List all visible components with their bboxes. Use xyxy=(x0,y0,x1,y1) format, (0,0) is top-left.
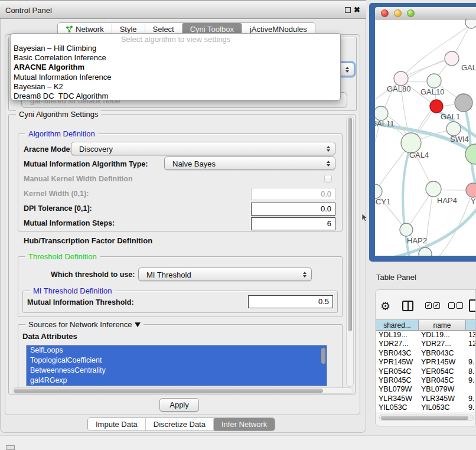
network-node-gal11[interactable] xyxy=(375,106,388,120)
table-row[interactable]: YBL079WYBL079W xyxy=(376,385,476,394)
network-window-titlebar[interactable] xyxy=(375,7,476,19)
threshold-definition-title: Threshold Definition xyxy=(25,252,100,261)
table-row[interactable]: YDL19...YDL19...13 xyxy=(376,331,476,340)
table-row[interactable]: YBR045CYBR045C9. xyxy=(376,376,476,385)
table-cell: YDL19... xyxy=(421,331,450,340)
tab-impute-data[interactable]: Impute Data xyxy=(88,418,145,431)
minimize-traffic-light-icon[interactable] xyxy=(394,9,402,17)
tab-infer-network[interactable]: Infer Network xyxy=(213,418,275,431)
network-node-hap4[interactable] xyxy=(426,181,441,197)
manual-kernel-width-label: Manual Kernel Width Definition xyxy=(24,175,133,183)
close-traffic-light-icon[interactable] xyxy=(381,9,389,17)
table-rows: YDL19...YDL19...13YDR27...YDR27...12YBR0… xyxy=(376,331,476,412)
column-header[interactable]: shared... xyxy=(376,319,419,331)
table-row[interactable]: YDR27...YDR27...12 xyxy=(376,340,476,348)
column-header[interactable] xyxy=(466,319,476,331)
table-panel-window: ⚙ ✓ ✓ shared...name YDL19...YDL19...13YD… xyxy=(375,289,476,426)
table-cell: YPR145W xyxy=(421,358,455,367)
network-node-gal4[interactable] xyxy=(401,133,421,153)
float-window-icon[interactable] xyxy=(345,7,351,13)
node-label: GAL1 xyxy=(441,112,460,121)
close-icon[interactable]: ✖ xyxy=(354,5,360,14)
table-row[interactable]: YER054CYER054C8. xyxy=(376,367,476,376)
deselect-all-icon[interactable] xyxy=(448,302,455,309)
network-node-gal[interactable] xyxy=(445,51,459,66)
table-cell: 9. xyxy=(468,394,474,403)
collapse-arrow-icon[interactable] xyxy=(135,322,141,327)
column-header[interactable]: name xyxy=(419,319,466,331)
bottom-tabbar: Impute DataDiscretize DataInfer Network xyxy=(87,418,275,431)
settings-vertical-scrollbar[interactable] xyxy=(346,116,354,387)
algorithm-option[interactable]: Basic Correlation Inference xyxy=(11,53,340,63)
attribute-item[interactable]: SelfLoops xyxy=(27,345,327,356)
node-label: GCY1 xyxy=(375,197,390,206)
network-node-gal1[interactable] xyxy=(430,100,443,113)
network-node-gal80[interactable] xyxy=(394,71,408,86)
attribute-item[interactable]: BetweennessCentrality xyxy=(27,366,327,376)
algorithm-option[interactable]: Dream8 DC_TDC Algorithm xyxy=(11,92,340,100)
mi-steps-field[interactable]: 6 xyxy=(251,217,335,230)
mi-algorithm-type-combo[interactable]: Naive Bayes xyxy=(164,156,335,170)
list-scrollbar[interactable] xyxy=(321,348,325,364)
mi-threshold-field[interactable]: 0.5 xyxy=(248,295,333,308)
table-cell: YBR043C xyxy=(379,349,412,358)
table-cell: 8. xyxy=(468,367,474,376)
deselect-all-icon[interactable] xyxy=(457,302,463,309)
aracne-mode-label: Aracne Mode: xyxy=(24,145,73,154)
table-cell: YER054C xyxy=(379,367,412,376)
algorithm-option[interactable]: Bayesian – Hill Climbing xyxy=(11,44,340,53)
combo-arrows-icon xyxy=(327,146,330,152)
attribute-item[interactable]: gal4RGexp xyxy=(27,376,327,386)
document-icon[interactable] xyxy=(469,299,476,312)
collapsed-panel-icon[interactable] xyxy=(6,445,15,450)
network-canvas[interactable]: GALGAL80GAL10GAL1GAL11SWI4GAL4GCY1HAP4YH… xyxy=(375,19,476,256)
network-node-y[interactable] xyxy=(466,183,476,197)
network-node[interactable] xyxy=(455,94,472,112)
select-all-icon[interactable]: ✓ xyxy=(425,302,432,309)
node-label: HAP2 xyxy=(407,236,427,245)
table-cell: YLR345W xyxy=(379,394,412,403)
table-cell: YDR27... xyxy=(379,340,409,348)
data-attributes-label: Data Attributes xyxy=(22,332,77,341)
network-view-window[interactable]: GALGAL80GAL10GAL1GAL11SWI4GAL4GCY1HAP4YH… xyxy=(369,3,476,262)
settings-horizontal-scrollbar[interactable] xyxy=(12,387,353,394)
table-cell: YPR145W xyxy=(379,358,413,367)
attribute-item[interactable]: TopologicalCoefficient xyxy=(27,356,327,366)
split-columns-icon[interactable] xyxy=(402,301,413,311)
table-row[interactable]: YIL053CYIL053C9. xyxy=(376,403,476,412)
aracne-mode-combo[interactable]: Discovery xyxy=(71,142,335,155)
manual-kernel-width-checkbox[interactable] xyxy=(324,175,332,182)
network-node-gal10[interactable] xyxy=(427,74,441,88)
control-panel-titlebar: Control Panel ✖ xyxy=(0,0,366,19)
hub-definition-toggle[interactable]: Hub/Transcription Factor Definition xyxy=(24,236,152,245)
table-cell: YIL053C xyxy=(379,403,407,412)
zoom-traffic-light-icon[interactable] xyxy=(407,9,415,17)
table-cell: YDL19... xyxy=(379,331,407,340)
network-node-swi4[interactable] xyxy=(446,122,461,136)
network-node-gcy1[interactable] xyxy=(375,184,382,198)
combo-arrows-icon xyxy=(327,161,330,167)
node-label: SWI4 xyxy=(450,135,469,144)
table-cell: 12 xyxy=(468,340,476,348)
select-all-icon[interactable]: ✓ xyxy=(433,302,440,309)
table-cell: YBR045C xyxy=(379,376,412,385)
which-threshold-combo[interactable]: MI Threshold xyxy=(138,268,312,281)
which-threshold-label: Which threshold to use: xyxy=(51,270,135,279)
table-horizontal-scrollbar[interactable] xyxy=(379,415,474,421)
dpi-tolerance-field[interactable]: 0.0 xyxy=(251,203,335,216)
algorithm-option[interactable]: Bayesian – K2 xyxy=(11,82,340,92)
data-attributes-list[interactable]: SelfLoopsTopologicalCoefficientBetweenne… xyxy=(26,345,327,386)
kernel-width-field[interactable]: 0.0 xyxy=(251,188,335,200)
node-label: GAL10 xyxy=(420,87,444,96)
table-row[interactable]: YLR345WYLR345W9. xyxy=(376,394,476,403)
algorithm-option[interactable]: ARACNE Algorithm xyxy=(11,63,340,72)
tab-discretize-data[interactable]: Discretize Data xyxy=(145,418,213,431)
network-node-hap2[interactable] xyxy=(400,223,413,236)
apply-button[interactable]: Apply xyxy=(159,398,199,412)
table-row[interactable]: YBR043CYBR043C xyxy=(376,349,476,358)
gear-icon[interactable]: ⚙ xyxy=(380,298,390,314)
algorithm-option[interactable]: Mutual Information Inference xyxy=(11,73,340,82)
network-node[interactable] xyxy=(465,19,476,28)
table-row[interactable]: YPR145WYPR145W9. xyxy=(376,358,476,367)
bottom-strip xyxy=(0,435,476,450)
